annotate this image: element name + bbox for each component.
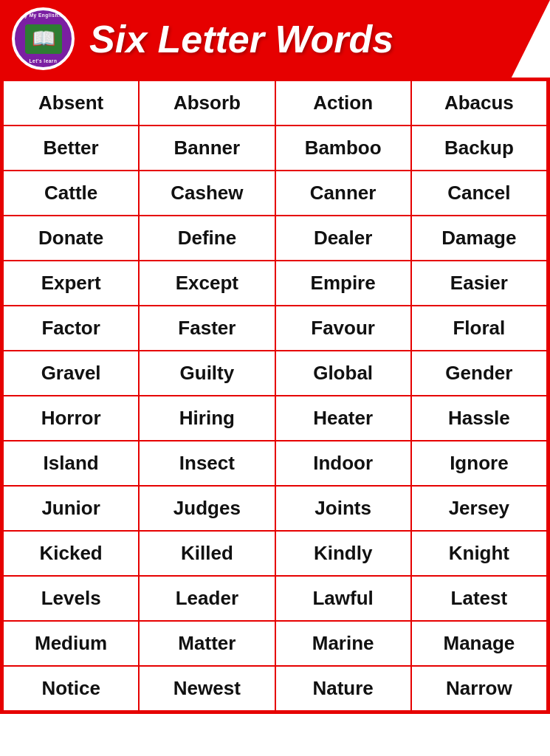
word-cell: Except [139,261,275,306]
table-row: BetterBannerBambooBackup [3,126,547,171]
word-cell: Cancel [411,171,547,216]
table-row: LevelsLeaderLawfulLatest [3,576,547,621]
word-cell: Indoor [275,441,411,486]
page-title: Six Letter Words [89,17,393,61]
word-cell: Manage [411,621,547,666]
word-cell: Knight [411,531,547,576]
word-cell: Faster [139,306,275,351]
word-cell: Killed [139,531,275,576]
word-cell: Latest [411,576,547,621]
word-cell: Abacus [411,80,547,126]
table-row: KickedKilledKindlyKnight [3,531,547,576]
word-cell: Backup [411,126,547,171]
word-cell: Gender [411,351,547,396]
word-cell: Favour [275,306,411,351]
word-cell: Judges [139,486,275,531]
table-row: NoticeNewestNatureNarrow [3,666,547,711]
word-cell: Donate [3,216,139,261]
word-cell: Canner [275,171,411,216]
table-row: GravelGuiltyGlobalGender [3,351,547,396]
book-icon: 📖 [25,24,62,54]
word-cell: Marine [275,621,411,666]
word-cell: Narrow [411,666,547,711]
table-row: FactorFasterFavourFloral [3,306,547,351]
header: Only My English.com 📖 Let's learn Six Le… [0,0,550,78]
word-table: AbsentAbsorbActionAbacusBetterBannerBamb… [2,80,548,712]
word-cell: Medium [3,621,139,666]
word-cell: Notice [3,666,139,711]
word-cell: Nature [275,666,411,711]
word-cell: Jersey [411,486,547,531]
word-cell: Floral [411,306,547,351]
word-cell: Matter [139,621,275,666]
word-cell: Define [139,216,275,261]
word-cell: Ignore [411,441,547,486]
word-cell: Action [275,80,411,126]
table-row: HorrorHiringHeaterHassle [3,396,547,441]
word-cell: Global [275,351,411,396]
word-cell: Bamboo [275,126,411,171]
word-cell: Joints [275,486,411,531]
word-cell: Banner [139,126,275,171]
word-cell: Heater [275,396,411,441]
logo-top-text: Only My English.com [16,13,71,18]
word-cell: Cattle [3,171,139,216]
table-row: DonateDefineDealerDamage [3,216,547,261]
word-cell: Empire [275,261,411,306]
word-cell: Cashew [139,171,275,216]
word-cell: Damage [411,216,547,261]
word-cell: Easier [411,261,547,306]
word-table-container: AbsentAbsorbActionAbacusBetterBannerBamb… [0,78,550,714]
word-cell: Better [3,126,139,171]
table-row: JuniorJudgesJointsJersey [3,486,547,531]
logo: Only My English.com 📖 Let's learn [12,7,75,70]
word-cell: Kindly [275,531,411,576]
word-cell: Gravel [3,351,139,396]
word-cell: Absorb [139,80,275,126]
word-cell: Factor [3,306,139,351]
word-cell: Expert [3,261,139,306]
table-row: IslandInsectIndoorIgnore [3,441,547,486]
word-cell: Leader [139,576,275,621]
logo-bottom-text: Let's learn [30,58,58,63]
word-cell: Lawful [275,576,411,621]
table-row: ExpertExceptEmpireEasier [3,261,547,306]
word-cell: Dealer [275,216,411,261]
word-cell: Levels [3,576,139,621]
word-cell: Absent [3,80,139,126]
word-cell: Insect [139,441,275,486]
word-cell: Junior [3,486,139,531]
word-cell: Island [3,441,139,486]
table-row: CattleCashewCannerCancel [3,171,547,216]
table-row: MediumMatterMarineManage [3,621,547,666]
word-cell: Newest [139,666,275,711]
word-cell: Guilty [139,351,275,396]
word-cell: Hassle [411,396,547,441]
word-cell: Hiring [139,396,275,441]
word-cell: Horror [3,396,139,441]
table-row: AbsentAbsorbActionAbacus [3,80,547,126]
word-cell: Kicked [3,531,139,576]
